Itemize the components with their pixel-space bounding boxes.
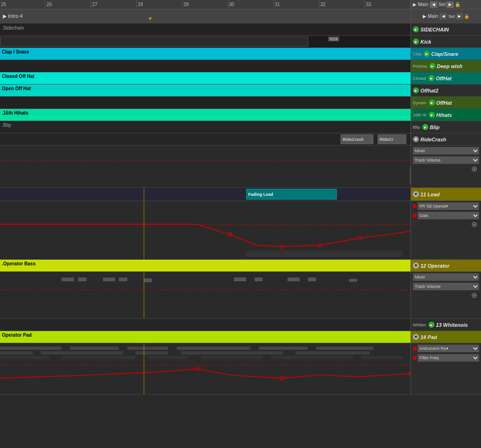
fr-tal-select[interactable]: FR Tal Operat▾: [418, 202, 479, 210]
clap-sidebar: Clap ▶ Clap/Snare: [411, 48, 481, 60]
pad-note: [41, 351, 123, 355]
note-block: [144, 278, 152, 282]
ridecrash-clip2[interactable]: RideCr: [378, 134, 406, 144]
sidechain-play-btn[interactable]: ▶: [413, 26, 419, 32]
operator-pad-name: Operator Pad: [2, 332, 31, 338]
kick-play-btn[interactable]: ▶: [413, 39, 419, 45]
ridecrash-clips: RideCrash RideCr: [0, 133, 411, 145]
main-nav-btns[interactable]: ◀ Set ▶ 🔒: [440, 13, 469, 20]
dynam-side-label: Dynam ▶ OffHat: [413, 98, 479, 108]
note-block: [308, 278, 316, 281]
kick-clip[interactable]: [0, 37, 308, 46]
kick-side-label: ▶ Kick: [413, 37, 479, 46]
main-next-btn[interactable]: ▶: [456, 13, 463, 20]
open-offhat-name: Open Off Hat: [2, 86, 31, 91]
clap-play-btn[interactable]: ▶: [424, 51, 430, 57]
track-row-presna: PreSna ▶ Deep wish: [0, 60, 481, 72]
ridecrash-play-btn[interactable]: ▼: [413, 136, 419, 142]
fading-lead-clip[interactable]: Fading Lead: [246, 189, 336, 200]
set-label: Set: [438, 2, 445, 7]
hihats-name: .16th Hihats: [2, 110, 29, 116]
operator-bass-clips: .Operator Bass: [0, 260, 411, 271]
presna-play-btn[interactable]: ▶: [429, 63, 435, 69]
ridecrash-clip1[interactable]: RideCrash: [341, 134, 373, 144]
main-prev-btn[interactable]: ◀: [440, 13, 447, 20]
operator-bass-sidebar: ▼ 12 Operator: [411, 260, 481, 271]
operator-trackvolume-select[interactable]: Track Volume: [413, 283, 479, 290]
hihats-clip-label: 16th Hi: [413, 113, 427, 117]
ruler-mark-26: 26: [46, 0, 91, 9]
closed-offhat-track-name: OffHat: [436, 76, 451, 81]
track-row-pad-auto: Instrument Ra▾ Filter Freq: [0, 343, 481, 395]
pad-note: [62, 356, 135, 359]
intro4-name: ▶ Intro 4: [3, 13, 23, 19]
dynam-play-btn[interactable]: ▶: [429, 100, 435, 106]
lead-auto-clips: [0, 201, 411, 259]
trackvolume-dropdown-row: Track Volume: [413, 156, 479, 164]
track-row-dynam: Dynam ▶ OffHat: [0, 97, 481, 109]
clap-clips: Clap / Snare: [0, 48, 411, 60]
set-btn-label: Set: [448, 14, 455, 19]
track-row-operator-bass: .Operator Bass ▼ 12 Operator: [0, 260, 481, 272]
track-row-ridecrash-auto: Mixer Track Volume ⊕: [0, 146, 481, 188]
kick-track-name: Kick: [420, 39, 431, 45]
operator-pad-side-label: ▼ 14 Pad: [413, 332, 479, 342]
ruler-mark-30: 30: [228, 0, 274, 9]
note-block: [78, 278, 86, 281]
sidechain-clips: .Sidechain: [0, 23, 411, 35]
nav-prev-button[interactable]: ◀: [430, 1, 437, 8]
mixer-select[interactable]: Mixer: [413, 147, 479, 154]
presna-clips: [0, 60, 411, 72]
blip-clip-label: Blip: [413, 125, 421, 130]
main-section-label: ▶ Main: [413, 2, 428, 7]
mixer-dropdown-row: Mixer: [413, 147, 479, 155]
lead-playhead: [144, 188, 144, 201]
nav-buttons[interactable]: ◀ Set ▶ 🔒: [430, 1, 460, 8]
open-offhat-play-btn[interactable]: ▶: [413, 87, 419, 93]
all-tracks: ▶ Intro 4 ▼ ▶ Main ◀ Set ▶ 🔒: [0, 9, 481, 395]
track-row-closed-offhat: Closed Off Hat Closed ▶ OffHat: [0, 72, 481, 85]
pad-note: [0, 351, 33, 355]
svg-point-2: [318, 243, 321, 247]
operator-notes-area: [0, 277, 411, 286]
pad-note: [181, 351, 284, 355]
closed-offhat-play-btn[interactable]: ▶: [428, 75, 434, 81]
track-row-open-offhat: Open Off Hat ▶ Offhat2: [0, 85, 481, 97]
nav-next-button[interactable]: ▶: [446, 1, 454, 8]
gain-select[interactable]: Gain: [418, 212, 479, 219]
filter-freq-select[interactable]: Filter Freq: [418, 354, 479, 362]
track-row-sidechain: .Sidechain ▶ SIDECHAIN: [0, 23, 481, 36]
whitenois-track-name: 13 Whitenois: [436, 322, 468, 328]
ridecrash-add-btn[interactable]: ⊕: [413, 164, 479, 173]
hihats-track-name: Hihats: [436, 112, 452, 118]
sidechain-track-name: SIDECHAIN: [420, 27, 449, 32]
hihats-sidebar: 16th Hi ▶ Hihats: [411, 109, 481, 121]
svg-point-0: [228, 232, 232, 236]
lead11-play-btn[interactable]: ▼: [413, 191, 419, 197]
timeline-ruler: 25 26 27 28 29 30 31 32 33 ▶ Main ◀ Set …: [0, 0, 481, 9]
operator-pad-sidebar: ▼ 14 Pad: [411, 331, 481, 343]
operator-add-btn[interactable]: ⊕: [413, 291, 479, 300]
lead11-side-label: ▼ 11 Lead: [413, 189, 479, 200]
trackvolume-select[interactable]: Track Volume: [413, 156, 479, 164]
pad-note: [0, 356, 49, 359]
ridecrash-track-name: RideCrash: [420, 137, 446, 142]
pad-note: [127, 347, 168, 350]
lead-add-btn[interactable]: ⊕: [413, 220, 479, 229]
operator-pad-play-btn[interactable]: ▼: [413, 334, 419, 340]
note-block: [349, 279, 357, 282]
blip-play-btn[interactable]: ▶: [422, 124, 428, 130]
operator-mixer-select[interactable]: Mixer: [413, 273, 479, 281]
operator-bass-play-btn[interactable]: ▼: [413, 263, 419, 269]
dynam-track-name: OffHat: [436, 100, 452, 106]
operator-bass-track-name: 12 Operator: [420, 263, 450, 269]
lead-auto-sidebar: FR Tal Operat▾ Gain ⊕: [411, 201, 481, 259]
instrument-rack-select[interactable]: Instrument Ra▾: [418, 345, 479, 352]
svg-point-5: [280, 376, 284, 380]
main-body: ▶ Intro 4 ▼ ▶ Main ◀ Set ▶ 🔒: [0, 9, 481, 448]
hihats-play-btn[interactable]: ▶: [429, 112, 435, 118]
whitenois-play-btn[interactable]: ▶: [428, 322, 434, 328]
ridecrash-side-label: ▼ RideCrash: [413, 134, 479, 144]
kick-clips: .Kick Kick: [0, 36, 411, 47]
pad-note: [361, 356, 402, 359]
